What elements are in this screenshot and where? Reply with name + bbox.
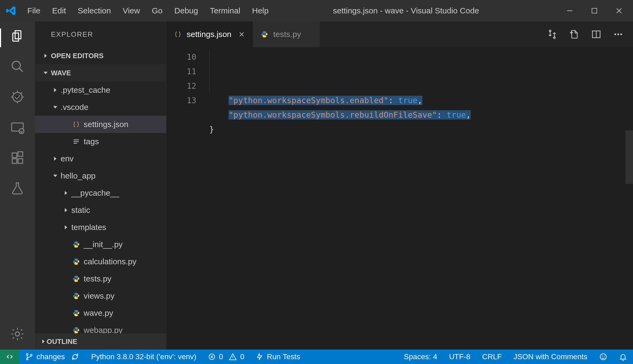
debug-icon[interactable] (10, 90, 25, 105)
remote-explorer-icon[interactable] (10, 120, 25, 135)
code-area[interactable]: 10111213 "python.workspaceSymbols.enable… (166, 47, 633, 350)
menu-selection[interactable]: Selection (72, 3, 117, 18)
code-content[interactable]: "python.workspaceSymbols.enabled": true,… (209, 47, 633, 350)
menu-debug[interactable]: Debug (168, 3, 204, 18)
line-number: 13 (166, 93, 196, 108)
notifications-icon[interactable] (613, 350, 633, 364)
file-row[interactable]: __init__.py (35, 236, 166, 253)
language-label: JSON with Comments (514, 352, 587, 361)
extensions-icon[interactable] (10, 151, 25, 166)
svg-rect-5 (12, 153, 17, 158)
close-tab-icon[interactable] (238, 31, 245, 38)
eol[interactable]: CRLF (476, 350, 507, 364)
outline-header[interactable]: OUTLINE (35, 333, 166, 350)
python-icon (71, 327, 81, 333)
sidebar-title: EXPLORER (35, 21, 166, 47)
compare-changes-icon[interactable] (547, 29, 557, 39)
python-interpreter[interactable]: Python 3.8.0 32-bit ('env': venv) (85, 350, 202, 364)
maximize-button[interactable] (589, 5, 600, 16)
folder-row[interactable]: static (35, 202, 166, 219)
menu-file[interactable]: File (21, 3, 46, 18)
file-row[interactable]: webapp.py (35, 322, 166, 333)
editor-tab[interactable]: tests.py (253, 21, 320, 47)
window-title: settings.json - wave - Visual Studio Cod… (248, 6, 564, 15)
folder-row[interactable]: hello_app (35, 167, 166, 184)
tree-label: tests.py (84, 274, 111, 283)
chevron-down-icon (50, 173, 61, 179)
activity-active-indicator (0, 28, 1, 47)
indent-guide (209, 50, 209, 93)
folder-row[interactable]: .vscode (35, 99, 166, 116)
tree-label: __init__.py (84, 240, 123, 249)
svg-point-13 (614, 34, 616, 35)
tree-label: env (61, 154, 73, 163)
chevron-down-icon (50, 104, 61, 110)
svg-point-1 (12, 61, 20, 69)
folder-row[interactable]: __pycache__ (35, 184, 166, 202)
menu-view[interactable]: View (117, 3, 146, 18)
encoding[interactable]: UTF-8 (443, 350, 476, 364)
open-changes-icon[interactable] (569, 29, 579, 39)
chevron-down-icon (40, 70, 51, 76)
svg-rect-6 (12, 159, 17, 163)
menu-edit[interactable]: Edit (46, 3, 72, 18)
python-icon (71, 258, 81, 265)
remote-indicator[interactable] (0, 350, 19, 364)
chevron-right-icon (50, 87, 61, 93)
git-branch[interactable]: changes (19, 350, 71, 364)
file-row[interactable]: calculations.py (35, 253, 166, 270)
branch-name: changes (36, 352, 65, 361)
menu-terminal[interactable]: Terminal (204, 3, 246, 18)
minimize-button[interactable] (564, 5, 575, 16)
language-mode[interactable]: JSON with Comments (508, 350, 593, 364)
menu-go[interactable]: Go (146, 3, 168, 18)
split-editor-icon[interactable] (591, 29, 601, 39)
svg-point-21 (602, 356, 603, 356)
activity-bar (0, 21, 35, 350)
folder-row[interactable]: .pytest_cache (35, 81, 166, 99)
open-editors-label: OPEN EDITORS (51, 52, 104, 60)
tab-label: settings.json (187, 30, 231, 39)
svg-point-22 (604, 356, 605, 356)
code-line: "python.workspaceSymbols.enabled": true, (209, 93, 633, 108)
file-row[interactable]: views.py (35, 287, 166, 304)
indentation[interactable]: Spaces: 4 (398, 350, 443, 364)
test-icon[interactable] (10, 181, 25, 196)
explorer-sidebar: EXPLORER OPEN EDITORS WAVE .pytest_cache… (35, 21, 166, 350)
more-actions-icon[interactable] (613, 29, 623, 39)
tree-label: webapp.py (84, 326, 123, 333)
python-icon (261, 31, 269, 38)
line-number: 11 (166, 64, 196, 79)
problems[interactable]: 0 0 (202, 350, 250, 364)
explorer-icon[interactable] (10, 28, 25, 43)
error-count: 0 (219, 352, 223, 361)
editor-actions (547, 21, 633, 47)
python-label: Python 3.8.0 32-bit ('env': venv) (91, 352, 196, 361)
close-window-button[interactable] (614, 5, 624, 16)
search-icon[interactable] (10, 59, 25, 74)
tree-label: wave.py (84, 309, 113, 318)
svg-point-9 (15, 332, 20, 336)
chevron-right-icon (40, 338, 47, 345)
editor-group: settings.jsontests.py (166, 21, 633, 350)
minimap-slider[interactable] (625, 130, 633, 184)
settings-gear-icon[interactable] (10, 326, 25, 341)
editor-tabs: settings.jsontests.py (166, 21, 633, 47)
editor-tab[interactable]: settings.json (166, 21, 253, 47)
sync-button[interactable] (71, 350, 85, 364)
file-row[interactable]: tests.py (35, 270, 166, 287)
file-row[interactable]: settings.json (35, 116, 166, 133)
folder-row[interactable]: templates (35, 219, 166, 236)
spaces-label: Spaces: 4 (404, 352, 437, 361)
feedback-icon[interactable] (593, 350, 613, 364)
workspace-header[interactable]: WAVE (35, 64, 166, 81)
file-row[interactable]: wave.py (35, 304, 166, 322)
python-icon (71, 241, 81, 248)
folder-row[interactable]: env (35, 150, 166, 167)
file-row[interactable]: tags (35, 133, 166, 150)
tree-label: views.py (84, 291, 115, 300)
open-editors-header[interactable]: OPEN EDITORS (35, 47, 166, 64)
warning-count: 0 (240, 352, 244, 361)
encoding-label: UTF-8 (449, 352, 470, 361)
run-tests[interactable]: Run Tests (250, 350, 306, 364)
